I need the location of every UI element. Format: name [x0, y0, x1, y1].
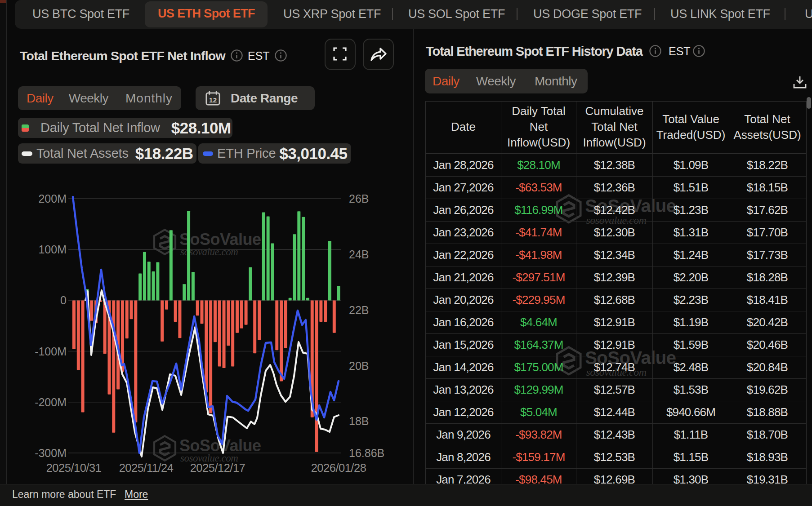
svg-text:-200M: -200M — [35, 396, 67, 408]
svg-text:2025/10/31: 2025/10/31 — [46, 462, 102, 474]
svg-text:100M: 100M — [38, 243, 67, 256]
svg-text:2026/01/28: 2026/01/28 — [311, 462, 366, 474]
svg-text:-300M: -300M — [35, 447, 67, 459]
svg-text:20B: 20B — [349, 360, 369, 372]
svg-text:0: 0 — [60, 294, 67, 306]
svg-text:2025/11/24: 2025/11/24 — [119, 462, 174, 474]
svg-text:26B: 26B — [349, 192, 369, 205]
svg-text:12: 12 — [209, 96, 217, 104]
svg-text:18B: 18B — [349, 415, 369, 427]
svg-text:-100M: -100M — [35, 345, 67, 358]
svg-text:16.86B: 16.86B — [349, 447, 384, 459]
svg-text:SoSoValue: SoSoValue — [179, 230, 261, 249]
svg-text:200M: 200M — [38, 192, 67, 205]
svg-text:24B: 24B — [349, 248, 369, 261]
svg-text:22B: 22B — [349, 304, 369, 316]
svg-text:2025/12/17: 2025/12/17 — [190, 462, 245, 474]
